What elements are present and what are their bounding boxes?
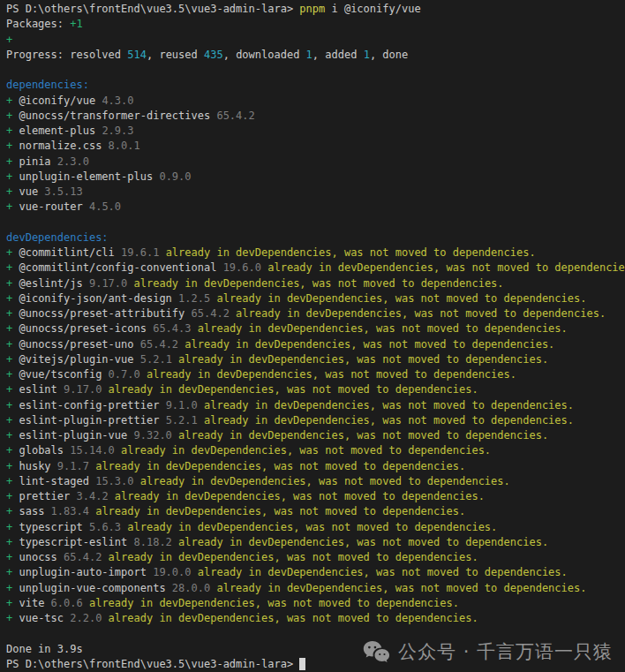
package-name: eslint-plugin-vue <box>19 429 133 442</box>
already-installed-note: already in devDependencies, was not move… <box>198 399 574 412</box>
package-version: 9.1.7 <box>57 460 89 472</box>
already-installed-note: already in devDependencies, was not move… <box>172 353 548 366</box>
package-name: typescript-eslint <box>19 536 133 548</box>
plus-marker: + <box>6 261 19 274</box>
plus-marker: + <box>6 429 19 442</box>
devdependency-row: + eslint-config-prettier 9.1.0 already i… <box>6 398 625 413</box>
devdependencies-heading: devDependencies: <box>6 230 625 245</box>
dependency-row: + unplugin-element-plus 0.9.0 <box>6 170 625 185</box>
already-installed-note: already in devDependencies, was not move… <box>134 475 510 487</box>
already-installed-note: already in devDependencies, was not move… <box>121 521 497 533</box>
plus-marker: + <box>6 322 19 335</box>
package-name: prettier <box>19 490 76 502</box>
progress-count: 1 <box>364 49 370 61</box>
package-version: 6.0.6 <box>51 597 83 609</box>
dependency-row: + vue 3.5.13 <box>6 185 625 200</box>
blank-line <box>6 215 625 230</box>
package-name: @unocss/preset-uno <box>19 338 139 351</box>
plus-marker: + <box>6 566 19 578</box>
package-version: 1.2.5 <box>178 292 210 305</box>
devdependency-row: + @unocss/preset-attributify 65.4.2 alre… <box>6 306 625 321</box>
plus-marker: + <box>6 140 19 152</box>
devdependency-row: + lint-staged 15.3.0 already in devDepen… <box>6 474 625 489</box>
plus-marker: + <box>6 414 19 427</box>
plus-marker: + <box>6 597 19 609</box>
package-version: 4.3.0 <box>102 94 133 107</box>
progress-text: , done <box>370 49 408 61</box>
package-name: unocss <box>19 551 64 563</box>
already-installed-note: already in devDependencies, was not move… <box>210 582 586 594</box>
package-name: vue-tsc <box>19 612 70 624</box>
package-version: 5.6.3 <box>89 521 121 533</box>
plus-marker: + <box>6 612 19 624</box>
packages-label: Packages: <box>6 18 70 30</box>
package-version: 9.32.0 <box>134 429 172 442</box>
package-name: lint-staged <box>19 475 95 487</box>
progress-text: , added <box>312 49 364 61</box>
final-prompt-text: PS D:\others\frontEnd\vue3.5\vue3-admin-… <box>6 658 299 670</box>
already-installed-note: already in devDependencies, was not move… <box>115 444 491 457</box>
devdependencies-heading-text: devDependencies: <box>6 231 109 244</box>
plus-marker: + <box>6 582 19 594</box>
package-name: eslint <box>19 383 64 396</box>
package-version: 3.5.13 <box>44 185 82 198</box>
terminal-window[interactable]: PS D:\others\frontEnd\vue3.5\vue3-admin-… <box>0 0 625 672</box>
package-name: @vitejs/plugin-vue <box>19 353 139 366</box>
dependency-row: + @iconify/vue 4.3.0 <box>6 94 625 109</box>
command-line: PS D:\others\frontEnd\vue3.5\vue3-admin-… <box>6 2 625 17</box>
already-installed-note: already in devDependencies, was not move… <box>89 505 465 517</box>
progress-text: , reused <box>147 49 204 61</box>
package-name: @eslint/js <box>19 277 88 290</box>
package-name: unplugin-auto-import <box>19 566 153 578</box>
already-installed-note: already in devDependencies, was not move… <box>140 368 516 381</box>
devdependency-row: + @vitejs/plugin-vue 5.2.1 already in de… <box>6 352 625 367</box>
plus-marker: + <box>6 200 19 213</box>
devdependency-row: + @vue/tsconfig 0.7.0 already in devDepe… <box>6 367 625 382</box>
plus-marker: + <box>6 292 19 305</box>
plus-marker: + <box>6 185 19 198</box>
plus-marker: + <box>6 490 19 502</box>
plus-marker: + <box>6 383 19 396</box>
package-version: 0.9.0 <box>159 170 191 183</box>
already-installed-note: already in devDependencies, was not move… <box>230 307 606 320</box>
devdependency-row: + unplugin-auto-import 19.0.0 already in… <box>6 565 625 580</box>
plus-marker: + <box>6 551 19 563</box>
package-version: 8.18.2 <box>134 536 172 548</box>
already-installed-note: already in devDependencies, was not move… <box>102 612 478 624</box>
devdependency-row: + eslint 9.17.0 already in devDependenci… <box>6 382 625 397</box>
devdependency-row: + eslint-plugin-vue 9.32.0 already in de… <box>6 428 625 443</box>
package-version: 2.3.0 <box>57 155 89 168</box>
package-name: @vue/tsconfig <box>19 368 108 381</box>
plus-marker: + <box>6 155 19 168</box>
package-name: normalize.css <box>19 140 108 152</box>
devdependency-row: + @commitlint/cli 19.6.1 already in devD… <box>6 245 625 260</box>
already-installed-note: already in devDependencies, was not move… <box>192 566 568 578</box>
package-version: 5.2.1 <box>140 353 172 366</box>
devdependency-row: + @commitlint/config-conventional 19.6.0… <box>6 260 625 276</box>
packages-delta: +1 <box>70 18 82 30</box>
plus-marker: + <box>6 505 19 517</box>
devdependency-row: + @iconify-json/ant-design 1.2.5 already… <box>6 291 625 306</box>
package-name: unplugin-element-plus <box>19 170 159 183</box>
plus-marker: + <box>6 521 19 533</box>
package-version: 1.83.4 <box>51 505 89 517</box>
package-version: 28.0.0 <box>172 582 210 594</box>
package-version: 9.17.0 <box>89 277 127 290</box>
package-version: 19.0.0 <box>153 566 191 578</box>
package-version: 8.0.1 <box>109 140 140 152</box>
package-name: unplugin-vue-components <box>19 582 171 594</box>
devdependency-row: + husky 9.1.7 already in devDependencies… <box>6 459 625 474</box>
package-name: globals <box>19 444 70 457</box>
package-name: eslint-config-prettier <box>19 399 165 412</box>
already-installed-note: already in devDependencies, was not move… <box>172 536 548 548</box>
package-version: 5.2.1 <box>166 414 198 427</box>
devdependency-row: + globals 15.14.0 already in devDependen… <box>6 443 625 458</box>
devdependency-row: + prettier 3.4.2 already in devDependenc… <box>6 489 625 504</box>
devdependency-row: + eslint-plugin-prettier 5.2.1 already i… <box>6 413 625 428</box>
already-installed-note: already in devDependencies, was not move… <box>102 551 478 563</box>
plus-marker: + <box>6 444 19 457</box>
watermark-text: 公众号 · 千言万语一只猿 <box>398 645 613 660</box>
command-args: i @iconify/vue <box>325 3 420 15</box>
plus-marker: + <box>6 125 19 137</box>
package-version: 9.17.0 <box>64 383 102 396</box>
